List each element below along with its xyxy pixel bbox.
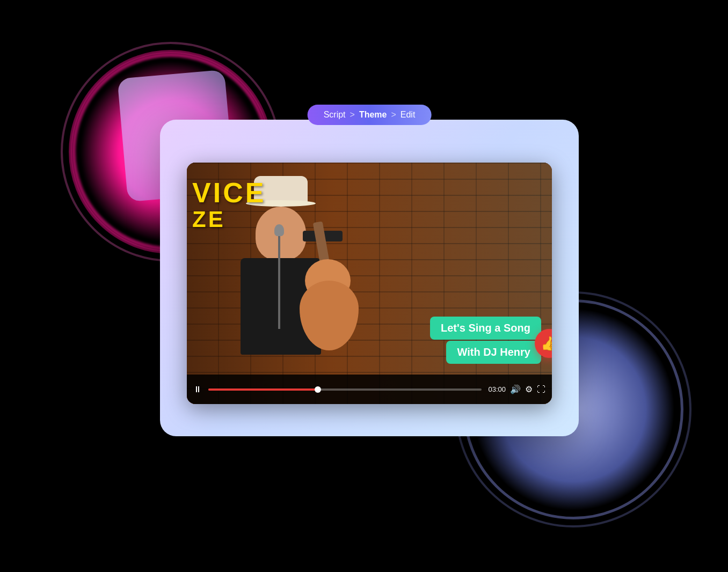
breadcrumb-sep-1: > xyxy=(350,110,355,120)
pause-button[interactable]: ⏸ xyxy=(193,385,202,394)
progress-thumb[interactable] xyxy=(315,386,321,393)
main-card: Script > Theme > Edit VICE ZE xyxy=(160,120,579,436)
wall-sign: VICE ZE xyxy=(192,179,266,232)
time-display: 03:00 xyxy=(488,385,506,393)
sign-text-vice: VICE xyxy=(192,179,266,207)
video-player[interactable]: VICE ZE xyxy=(187,163,552,404)
settings-button[interactable]: ⚙ xyxy=(525,384,533,394)
mic-stand xyxy=(278,232,280,329)
breadcrumb-script[interactable]: Script xyxy=(324,110,346,120)
video-title-line2: With DJ Henry xyxy=(446,341,541,364)
breadcrumb-edit[interactable]: Edit xyxy=(401,110,416,120)
breadcrumb-sep-2: > xyxy=(391,110,396,120)
progress-bar[interactable] xyxy=(208,388,482,391)
volume-button[interactable]: 🔊 xyxy=(510,384,521,394)
video-frame: VICE ZE xyxy=(187,163,552,404)
breadcrumb[interactable]: Script > Theme > Edit xyxy=(308,105,432,125)
video-title-line1: Let's Sing a Song xyxy=(430,317,541,340)
sign-text-ze: ZE xyxy=(192,207,266,232)
progress-fill xyxy=(208,388,318,391)
video-controls: ⏸ 03:00 🔊 ⚙ ⛶ xyxy=(187,375,552,404)
fullscreen-button[interactable]: ⛶ xyxy=(537,385,545,394)
breadcrumb-theme[interactable]: Theme xyxy=(359,110,387,120)
mic-head xyxy=(274,224,284,236)
